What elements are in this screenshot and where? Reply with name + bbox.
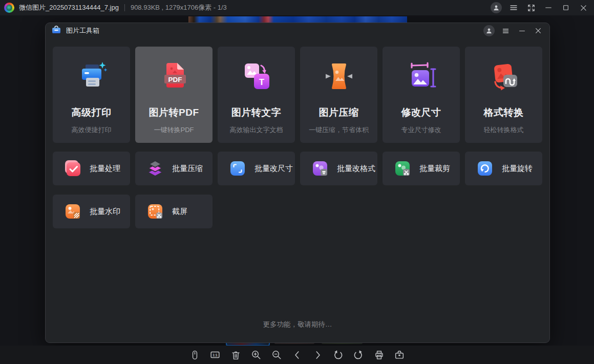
card-label: 批量裁剪: [419, 164, 450, 174]
card-image-to-pdf[interactable]: PDF 图片转PDF 一键转换PDF: [135, 47, 213, 143]
chevron-right-icon: [312, 350, 323, 360]
card-subtitle: 一键转换PDF: [154, 125, 194, 135]
card-label: 批量旋转: [502, 164, 533, 174]
card-label: 批量水印: [90, 207, 120, 217]
rotate-ccw-icon: [332, 349, 344, 360]
close-button[interactable]: [575, 1, 592, 15]
file-info-label: 908.93KB , 1279x1706像素 - 1/3: [131, 3, 227, 12]
card-image-compress[interactable]: 图片压缩 一键压缩，节省体积: [300, 47, 377, 143]
minimize-icon: [518, 27, 526, 35]
batch-card-grid: 批量处理 批量压缩 批量改尺寸: [53, 152, 542, 228]
card-batch-watermark[interactable]: 批量水印: [53, 195, 130, 228]
card-title: 图片压缩: [319, 106, 359, 119]
fullscreen-icon: [527, 4, 536, 12]
batch-rotate-icon: [476, 159, 494, 178]
titlebar-divider: [124, 4, 125, 11]
screenshot-icon: [146, 202, 164, 221]
hamburger-icon: [501, 27, 510, 35]
account-button[interactable]: [487, 1, 505, 15]
pdf-icon: PDF: [158, 60, 190, 93]
dialog-header: 图片工具箱: [46, 23, 549, 38]
toolbox-icon: [394, 349, 405, 360]
batch-watermark-icon: [63, 202, 82, 221]
batch-check-icon: [63, 159, 82, 178]
card-batch-rotate[interactable]: 批量旋转: [465, 152, 542, 185]
zoom-out-button[interactable]: [271, 349, 282, 360]
printer-icon: [75, 60, 108, 93]
mouse-icon: [189, 350, 200, 360]
card-advanced-print[interactable]: 高级打印 高效便捷打印: [53, 47, 130, 143]
card-subtitle: 高效便捷打印: [72, 125, 112, 135]
rotate-left-button[interactable]: [332, 349, 344, 360]
dialog-menu-button[interactable]: [497, 24, 514, 37]
titlebar: 微信图片_20250731134444_7.jpg 908.93KB , 127…: [0, 0, 594, 15]
image-toolbox-dialog: 图片工具箱: [45, 23, 550, 343]
dialog-account-button[interactable]: [481, 24, 497, 37]
card-subtitle: 高效输出文字文档: [230, 125, 283, 135]
dialog-title: 图片工具箱: [66, 26, 99, 35]
printer-icon: [374, 350, 385, 360]
maximize-icon: [562, 4, 570, 12]
menu-button[interactable]: [505, 1, 522, 15]
rotate-right-button[interactable]: [353, 349, 364, 360]
actual-size-icon: 1:1: [209, 349, 221, 360]
minimize-button[interactable]: [540, 1, 557, 15]
svg-text:T: T: [259, 77, 264, 87]
close-icon: [534, 27, 542, 35]
batch-crop-icon: [393, 159, 412, 178]
svg-text:PDF: PDF: [168, 76, 182, 83]
card-title: 图片转文字: [231, 106, 282, 119]
card-label: 批量改格式: [337, 164, 375, 174]
toolbox-button[interactable]: [394, 349, 405, 360]
card-label: 批量改尺寸: [254, 164, 293, 174]
filename-label: 微信图片_20250731134444_7.jpg: [19, 3, 119, 12]
card-label: 批量处理: [90, 164, 120, 174]
batch-layers-icon: [146, 159, 164, 178]
trash-icon: [230, 350, 241, 360]
card-label: 批量压缩: [172, 164, 203, 174]
card-batch-process[interactable]: 批量处理: [53, 152, 130, 185]
avatar-icon: [483, 25, 495, 36]
actual-size-button[interactable]: 1:1: [209, 349, 221, 360]
batch-format-icon: [311, 159, 329, 178]
card-title: 修改尺寸: [401, 106, 441, 119]
minimize-icon: [544, 3, 553, 12]
fullscreen-button[interactable]: [522, 1, 540, 15]
coming-soon-note: 更多功能，敬请期待…: [46, 320, 549, 329]
card-label: 截屏: [172, 207, 187, 217]
mouse-tool-button[interactable]: [189, 349, 200, 360]
avatar-icon: [491, 2, 502, 13]
card-batch-format[interactable]: 批量改格式: [300, 152, 377, 185]
zoom-in-button[interactable]: [250, 349, 262, 360]
zoom-out-icon: [271, 349, 282, 360]
toolbox-logo-icon: [51, 25, 61, 37]
feature-card-grid: 高级打印 高效便捷打印 PDF 图片转PDF 一键转换PDF: [53, 47, 542, 143]
close-icon: [579, 4, 588, 12]
card-image-to-text[interactable]: T 图片转文字 高效输出文字文档: [218, 47, 295, 143]
card-subtitle: 专业尺寸修改: [401, 125, 441, 135]
resize-ruler-icon: [405, 60, 438, 93]
next-image-button[interactable]: [312, 349, 323, 360]
image-compress-icon: [323, 60, 355, 93]
card-format-convert[interactable]: 格式转换 轻松转换格式: [465, 47, 542, 143]
dialog-minimize-button[interactable]: [514, 24, 530, 37]
card-title: 格式转换: [484, 106, 524, 119]
card-resize[interactable]: 修改尺寸 专业尺寸修改: [383, 47, 460, 143]
card-batch-compress[interactable]: 批量压缩: [135, 152, 213, 185]
batch-resize-icon: [228, 159, 247, 178]
print-button[interactable]: [373, 349, 385, 360]
card-subtitle: 一键压缩，节省体积: [309, 125, 369, 135]
image-to-text-icon: T: [240, 60, 273, 93]
maximize-button[interactable]: [557, 1, 575, 15]
card-batch-crop[interactable]: 批量裁剪: [383, 152, 460, 185]
zoom-in-icon: [250, 349, 262, 360]
rotate-cw-icon: [353, 349, 364, 360]
delete-button[interactable]: [230, 349, 241, 360]
chevron-left-icon: [292, 350, 303, 360]
dialog-close-button[interactable]: [530, 24, 546, 37]
format-convert-icon: [487, 60, 520, 93]
card-batch-resize[interactable]: 批量改尺寸: [218, 152, 295, 185]
app-logo-icon: [4, 3, 14, 13]
previous-image-button[interactable]: [291, 349, 303, 360]
card-screenshot[interactable]: 截屏: [135, 195, 213, 228]
